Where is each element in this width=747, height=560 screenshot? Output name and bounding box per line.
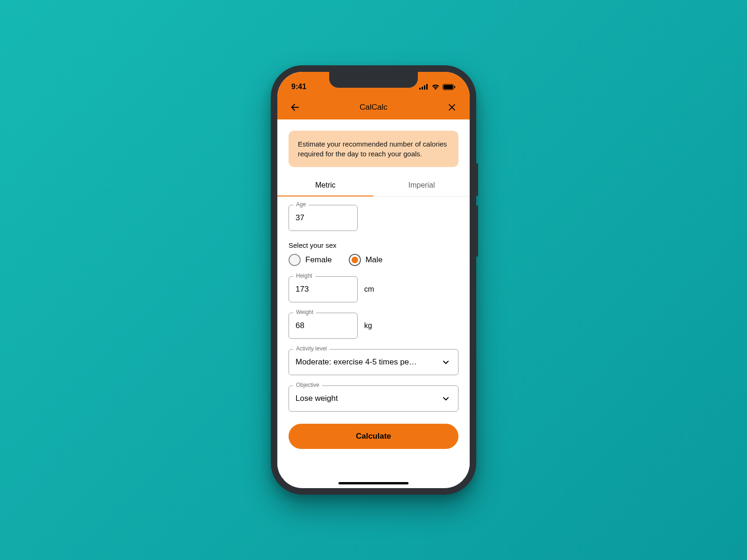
close-icon — [447, 103, 457, 112]
calculate-button[interactable]: Calculate — [289, 424, 458, 449]
battery-icon — [443, 84, 456, 90]
cellular-icon — [419, 84, 429, 90]
svg-rect-3 — [426, 84, 428, 90]
calculate-label: Calculate — [356, 432, 391, 441]
radio-icon — [289, 254, 301, 266]
age-label: Age — [293, 201, 309, 208]
unit-tabs: Metric Imperial — [277, 175, 470, 196]
screen: 9:41 — [277, 72, 470, 488]
back-button[interactable] — [289, 101, 302, 114]
height-field: Height — [289, 276, 358, 302]
notch — [329, 72, 418, 88]
objective-label: Objective — [293, 382, 322, 388]
objective-value: Lose weight — [296, 394, 440, 403]
age-input[interactable] — [296, 213, 351, 223]
close-button[interactable] — [445, 101, 458, 114]
height-unit: cm — [364, 285, 374, 294]
nav-bar: CalCalc — [277, 95, 470, 119]
svg-rect-1 — [422, 87, 423, 90]
sex-radio-group: Female Male — [289, 254, 458, 266]
radio-selected-icon — [349, 254, 361, 266]
objective-field: Objective Lose weight — [289, 385, 458, 412]
wifi-icon — [431, 84, 440, 90]
age-field: Age — [289, 205, 358, 231]
sex-section-label: Select your sex — [289, 241, 458, 249]
chevron-down-icon — [440, 357, 451, 368]
radio-dot — [352, 257, 358, 263]
svg-rect-6 — [454, 86, 455, 88]
phone-frame: 9:41 — [271, 65, 476, 495]
activity-value: Moderate: exercise 4-5 times pe… — [296, 357, 440, 367]
height-label: Height — [293, 273, 315, 279]
tab-metric[interactable]: Metric — [277, 175, 374, 196]
tab-imperial-label: Imperial — [409, 181, 435, 189]
home-indicator[interactable] — [338, 482, 409, 484]
sex-male-option[interactable]: Male — [349, 254, 383, 266]
height-input[interactable] — [296, 285, 351, 294]
sex-female-label: Female — [305, 255, 332, 265]
svg-rect-0 — [419, 88, 421, 90]
info-box: Estimate your recommended number of calo… — [289, 131, 458, 167]
tab-imperial[interactable]: Imperial — [374, 175, 470, 196]
weight-unit: kg — [364, 322, 372, 330]
info-text: Estimate your recommended number of calo… — [298, 140, 447, 158]
chevron-down-icon — [440, 393, 451, 404]
status-time: 9:41 — [291, 83, 306, 91]
arrow-left-icon — [290, 102, 300, 112]
sex-female-option[interactable]: Female — [289, 254, 332, 266]
content: Estimate your recommended number of calo… — [277, 119, 470, 478]
weight-input[interactable] — [296, 321, 351, 330]
tab-metric-label: Metric — [315, 181, 336, 189]
svg-rect-5 — [444, 85, 453, 89]
weight-label: Weight — [293, 309, 316, 315]
objective-select[interactable]: Lose weight — [289, 385, 458, 412]
activity-select[interactable]: Moderate: exercise 4-5 times pe… — [289, 349, 458, 375]
svg-rect-2 — [424, 85, 425, 90]
nav-title: CalCalc — [359, 103, 388, 112]
activity-label: Activity level — [293, 345, 330, 352]
sex-male-label: Male — [366, 255, 383, 265]
activity-field: Activity level Moderate: exercise 4-5 ti… — [289, 349, 458, 375]
status-icons — [419, 84, 456, 90]
weight-field: Weight — [289, 313, 358, 339]
